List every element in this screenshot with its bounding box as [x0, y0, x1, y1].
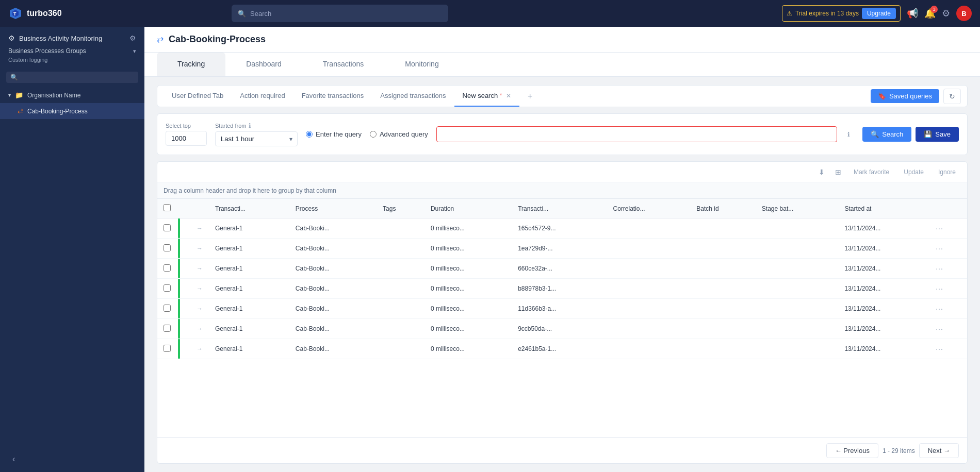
add-tab-button[interactable]: +	[521, 88, 538, 105]
row-more-button[interactable]: ···	[936, 264, 943, 273]
row-arrow-cell[interactable]: →	[190, 239, 209, 259]
row-more-options-cell[interactable]: ···	[929, 339, 967, 359]
sidebar-item-cab-booking[interactable]: ⇄ Cab-Booking-Process	[0, 103, 144, 119]
row-checkbox-cell[interactable]	[157, 279, 178, 299]
row-checkbox-cell[interactable]	[157, 218, 178, 239]
advanced-query-radio-input[interactable]	[370, 131, 377, 138]
user-avatar[interactable]: B	[956, 6, 972, 21]
sidebar-collapse-button[interactable]: ‹	[8, 452, 19, 466]
tab-dashboard[interactable]: Dashboard	[225, 53, 302, 76]
global-search-bar[interactable]: 🔍 Search	[232, 5, 448, 22]
query-tab-action-required[interactable]: Action required	[232, 86, 293, 107]
table-row: → General-1 Cab-Booki... 0 milliseco... …	[157, 299, 967, 319]
row-checkbox[interactable]	[164, 264, 171, 272]
row-more-options-cell[interactable]: ···	[929, 319, 967, 339]
row-checkbox[interactable]	[164, 345, 171, 352]
row-more-button[interactable]: ···	[936, 224, 943, 232]
query-info-icon[interactable]: ℹ	[847, 131, 850, 138]
ignore-button[interactable]: Ignore	[933, 166, 961, 178]
enter-query-radio-input[interactable]	[306, 131, 313, 138]
advanced-query-radio[interactable]: Advanced query	[370, 130, 428, 138]
sidebar-custom-logging: Custom logging	[0, 56, 144, 68]
row-more-button[interactable]: ···	[936, 284, 943, 293]
row-more-options-cell[interactable]: ···	[929, 279, 967, 299]
row-checkbox-cell[interactable]	[157, 339, 178, 359]
col-duration[interactable]: Duration	[424, 199, 512, 218]
pagination-info: 1 - 29 items	[883, 447, 915, 454]
mark-favorite-button[interactable]: Mark favorite	[848, 166, 894, 178]
row-more-button[interactable]: ···	[936, 325, 943, 333]
row-more-button[interactable]: ···	[936, 244, 943, 252]
download-button[interactable]: ⬇	[815, 166, 828, 178]
close-tab-icon[interactable]: ✕	[506, 92, 511, 99]
tab-monitoring[interactable]: Monitoring	[384, 53, 459, 76]
row-checkbox-cell[interactable]	[157, 239, 178, 259]
col-batch-id[interactable]: Batch id	[690, 199, 756, 218]
org-item[interactable]: ▾ 📁 Organisation Name	[0, 87, 144, 103]
sidebar-search-input[interactable]	[21, 74, 134, 81]
query-tab-user-defined[interactable]: User Defined Tab	[164, 86, 232, 107]
tab-transactions[interactable]: Transactions	[302, 53, 385, 76]
row-more-options-cell[interactable]: ···	[929, 218, 967, 239]
query-tab-new-search[interactable]: New search * ✕	[454, 86, 520, 107]
query-tab-assigned[interactable]: Assigned transactions	[372, 86, 454, 107]
save-button[interactable]: 💾 Save	[916, 127, 959, 142]
col-tags[interactable]: Tags	[377, 199, 424, 218]
search-button[interactable]: 🔍 Search	[862, 127, 911, 142]
row-more-options-cell[interactable]: ···	[929, 239, 967, 259]
query-tab-favorite[interactable]: Favorite transactions	[293, 86, 372, 107]
row-arrow-cell[interactable]: →	[190, 339, 209, 359]
sidebar-group-row[interactable]: Business Processes Groups ▾	[0, 44, 144, 56]
started-from-info-icon[interactable]: ℹ	[249, 122, 251, 129]
row-correlation	[607, 279, 691, 299]
row-correlation	[607, 218, 691, 239]
saved-queries-button[interactable]: 🔖 Saved queries	[871, 89, 939, 103]
update-button[interactable]: Update	[899, 166, 929, 178]
row-checkbox[interactable]	[164, 305, 171, 312]
row-checkbox-cell[interactable]	[157, 299, 178, 319]
row-checkbox[interactable]	[164, 284, 171, 292]
row-arrow-cell[interactable]: →	[190, 299, 209, 319]
tab-tracking[interactable]: Tracking	[157, 53, 225, 76]
row-checkbox-cell[interactable]	[157, 259, 178, 279]
row-transaction: General-1	[209, 218, 289, 239]
col-process[interactable]: Process	[289, 199, 377, 218]
select-top-input[interactable]	[166, 131, 207, 146]
sidebar-bam-header[interactable]: ⚙ Business Activity Monitoring ⚙	[0, 27, 144, 44]
row-arrow-cell[interactable]: →	[190, 259, 209, 279]
enter-query-radio[interactable]: Enter the query	[306, 130, 362, 138]
refresh-button[interactable]: ↻	[943, 89, 961, 104]
settings-button[interactable]: ⚙	[942, 8, 950, 19]
row-arrow-cell[interactable]: →	[190, 279, 209, 299]
col-started-at[interactable]: Started at	[838, 199, 929, 218]
grid-view-button[interactable]: ⊞	[832, 166, 844, 178]
row-tags	[377, 259, 424, 279]
row-arrow-cell[interactable]: →	[190, 319, 209, 339]
upgrade-button[interactable]: Upgrade	[862, 8, 896, 19]
row-duration: 0 milliseco...	[424, 218, 512, 239]
row-more-button[interactable]: ···	[936, 345, 943, 353]
select-all-checkbox[interactable]	[164, 204, 171, 211]
row-arrow-cell[interactable]: →	[190, 218, 209, 239]
row-checkbox-cell[interactable]	[157, 319, 178, 339]
row-more-options-cell[interactable]: ···	[929, 259, 967, 279]
row-checkbox[interactable]	[164, 325, 171, 332]
next-button[interactable]: Next →	[919, 443, 959, 458]
row-checkbox[interactable]	[164, 244, 171, 251]
col-stage-batch[interactable]: Stage bat...	[756, 199, 839, 218]
settings-icon[interactable]: ⚙	[129, 34, 136, 42]
select-top-group: Select top	[166, 123, 207, 146]
col-transaction-id[interactable]: Transacti...	[512, 199, 607, 218]
row-more-options-cell[interactable]: ···	[929, 299, 967, 319]
col-transaction[interactable]: Transacti...	[209, 199, 289, 218]
previous-button[interactable]: ← Previous	[826, 443, 878, 458]
megaphone-button[interactable]: 📢	[907, 8, 918, 19]
sidebar-search-inner[interactable]: 🔍	[6, 72, 138, 83]
query-input[interactable]	[436, 126, 837, 142]
notifications-button[interactable]: 🔔 3	[924, 8, 936, 19]
col-correlation[interactable]: Correlatio...	[607, 199, 691, 218]
started-from-select[interactable]: Last 1 hour Last 6 hours Last 24 hours L…	[215, 131, 298, 146]
row-checkbox[interactable]	[164, 224, 171, 231]
row-more-button[interactable]: ···	[936, 305, 943, 313]
row-status-cell	[178, 239, 190, 259]
